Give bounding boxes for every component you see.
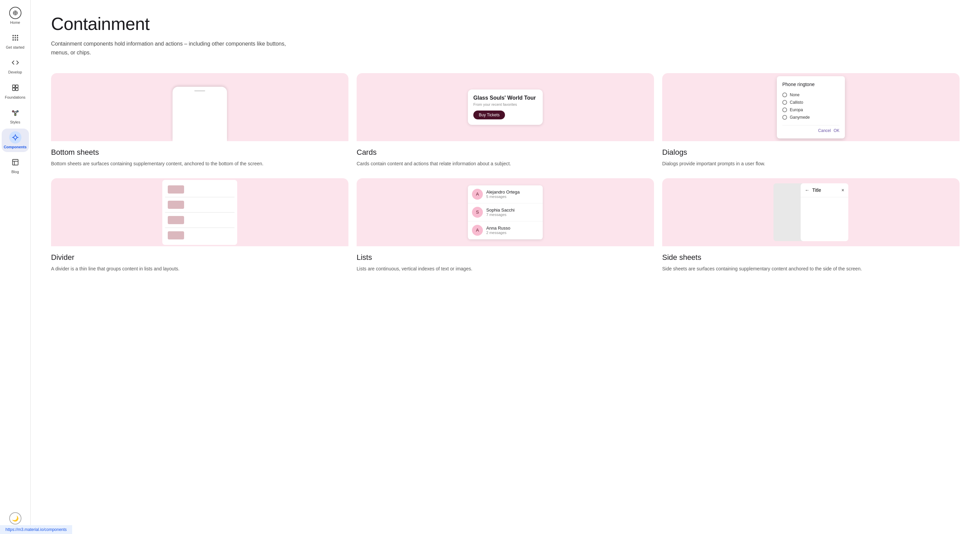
cards-preview-title: Glass Souls' World Tour [473, 95, 537, 101]
side-sheet-header: ← Title × [801, 183, 848, 197]
component-card-dialogs[interactable]: Phone ringtone None Callisto Europa [662, 73, 959, 170]
svg-point-20 [12, 111, 14, 112]
svg-point-19 [14, 111, 16, 114]
list-text-3: Anna Russo 2 messages [486, 226, 511, 235]
page-title: Containment [51, 14, 959, 34]
svg-rect-28 [12, 159, 18, 165]
divider-desc: A divider is a thin line that groups con… [51, 265, 348, 272]
cards-desc: Cards contain content and actions that r… [356, 160, 654, 167]
radio-callisto [782, 100, 787, 105]
svg-rect-8 [17, 35, 18, 37]
status-bar-url: https://m3.material.io/components [5, 527, 67, 532]
sidebar: Home Get started Develop [0, 0, 30, 534]
main-content: Containment Containment components hold … [30, 0, 980, 534]
divider-block-4 [168, 231, 184, 240]
cards-name: Cards [356, 148, 654, 157]
list-row-1: A Alejandro Ortega 5 messages [468, 185, 543, 203]
bottom-sheets-preview [51, 73, 348, 141]
divider-line-3 [165, 227, 234, 228]
svg-rect-12 [12, 40, 14, 41]
divider-name: Divider [51, 253, 348, 262]
side-sheets-desc: Side sheets are surfaces containing supp… [662, 265, 959, 272]
lists-name: Lists [356, 253, 654, 262]
side-sheets-info: Side sheets Side sheets are surfaces con… [662, 246, 959, 275]
get-started-icon [9, 32, 21, 44]
component-card-divider[interactable]: Divider A divider is a thin line that gr… [51, 178, 348, 275]
components-icon [9, 131, 21, 143]
svg-rect-10 [14, 37, 16, 38]
sidebar-item-foundations[interactable]: Foundations [2, 79, 29, 102]
svg-point-22 [14, 114, 16, 116]
svg-point-23 [14, 136, 17, 139]
sidebar-item-get-started[interactable]: Get started [2, 29, 29, 52]
dialog-ok-btn: OK [834, 128, 840, 133]
sidebar-item-foundations-label: Foundations [5, 95, 25, 100]
divider-row-4 [165, 229, 234, 242]
side-sheets-preview-area: ← Title × [662, 178, 959, 246]
svg-rect-6 [12, 35, 14, 37]
dialogs-preview: Phone ringtone None Callisto Europa [662, 73, 959, 141]
side-sheet-close-icon: × [842, 188, 844, 193]
sidebar-item-get-started-label: Get started [6, 45, 24, 50]
sidebar-item-styles[interactable]: Styles [2, 104, 29, 127]
bottom-sheets-name: Bottom sheets [51, 148, 348, 157]
svg-rect-9 [12, 37, 14, 38]
lists-preview-area: A Alejandro Ortega 5 messages S Sophia S… [356, 178, 654, 246]
side-sheets-name: Side sheets [662, 253, 959, 262]
svg-point-1 [14, 12, 16, 14]
cards-info: Cards Cards contain content and actions … [356, 141, 654, 170]
dialog-radio-ganymede: Ganymede [782, 114, 840, 121]
component-card-bottom-sheets[interactable]: Bottom sheets Bottom sheets are surfaces… [51, 73, 348, 170]
sidebar-item-components[interactable]: Components [2, 129, 29, 152]
dialog-radio-europa: Europa [782, 106, 840, 114]
list-row-3: A Anna Russo 2 messages [468, 221, 543, 240]
radio-ganymede [782, 115, 787, 120]
svg-point-21 [17, 111, 18, 112]
dialog-radio-callisto: Callisto [782, 99, 840, 106]
divider-block-2 [168, 201, 184, 209]
list-avatar-2: S [472, 207, 483, 218]
sidebar-item-styles-label: Styles [10, 120, 21, 124]
dialogs-illustration: Phone ringtone None Callisto Europa [777, 76, 845, 138]
lists-info: Lists Lists are continuous, vertical ind… [356, 246, 654, 275]
sidebar-item-develop[interactable]: Develop [2, 54, 29, 77]
divider-info: Divider A divider is a thin line that gr… [51, 246, 348, 275]
cards-preview: Glass Souls' World Tour From your recent… [356, 73, 654, 141]
dialog-preview-title: Phone ringtone [782, 82, 840, 87]
cards-illustration: Glass Souls' World Tour From your recent… [468, 89, 543, 125]
list-avatar-1: A [472, 189, 483, 200]
theme-toggle[interactable]: 🌙 [9, 512, 21, 524]
dialogs-info: Dialogs Dialogs provide important prompt… [662, 141, 959, 170]
sidebar-item-blog[interactable]: Blog [2, 153, 29, 177]
lists-desc: Lists are continuous, vertical indexes o… [356, 265, 654, 272]
sidebar-item-home[interactable]: Home [2, 4, 29, 27]
list-text-2: Sophia Sacchi 7 messages [486, 208, 514, 217]
list-avatar-3: A [472, 225, 483, 236]
sidebar-item-develop-label: Develop [8, 70, 22, 75]
component-card-cards[interactable]: Glass Souls' World Tour From your recent… [356, 73, 654, 170]
divider-block-3 [168, 216, 184, 224]
svg-rect-15 [12, 85, 14, 87]
page-description: Containment components hold information … [51, 40, 289, 57]
divider-preview-area [51, 178, 348, 246]
divider-row-1 [165, 183, 234, 196]
dialogs-name: Dialogs [662, 148, 959, 157]
cards-preview-subtitle: From your recent favorites [473, 102, 537, 106]
divider-line-2 [165, 212, 234, 213]
divider-illustration [162, 180, 237, 245]
status-bar: https://m3.material.io/components [0, 525, 72, 534]
radio-europa [782, 108, 787, 112]
bottom-sheets-desc: Bottom sheets are surfaces containing su… [51, 160, 348, 167]
blog-icon [9, 156, 21, 168]
component-card-side-sheets[interactable]: ← Title × Side sheets Side sheets are su… [662, 178, 959, 275]
styles-icon [9, 106, 21, 119]
svg-rect-17 [12, 88, 14, 90]
side-sheets-illustration: ← Title × [773, 183, 848, 241]
sidebar-item-components-label: Components [4, 145, 27, 149]
divider-line-1 [165, 197, 234, 197]
components-grid: Bottom sheets Bottom sheets are surfaces… [51, 73, 959, 275]
radio-none [782, 92, 787, 97]
develop-icon [9, 56, 21, 69]
component-card-lists[interactable]: A Alejandro Ortega 5 messages S Sophia S… [356, 178, 654, 275]
sidebar-item-blog-label: Blog [11, 170, 19, 174]
